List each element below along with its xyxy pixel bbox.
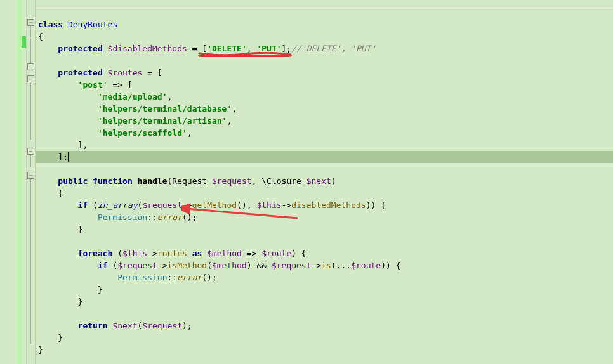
code-line[interactable]: 'helpers/scaffold', [36,127,613,139]
fold-toggle-icon[interactable]: − [27,148,34,155]
punct: )) { [381,261,400,270]
string: 'post' [38,80,112,89]
code-line[interactable]: } [36,344,613,356]
keyword: if [38,261,112,270]
op: -> [147,249,157,258]
ruler [36,8,613,8]
op: -> [312,261,322,270]
punct: (); [182,212,197,222]
code-line[interactable]: } [36,283,613,296]
op: => [247,249,261,258]
string: 'media/upload' [38,92,168,101]
method: getMethod [192,200,237,210]
code-line[interactable]: } [36,223,613,235]
class-name: DenyRoutes [68,20,117,29]
keyword: return [38,321,112,330]
type: , \Closure [252,176,306,186]
op: :: [168,273,178,282]
punct: , [168,92,173,101]
code-editor[interactable]: − − − − − class DenyRoutes { protected $… [0,0,613,364]
string: 'helpers/scaffold' [38,128,187,138]
punct: (... [331,261,351,270]
punct: ) [331,176,336,186]
code-line[interactable] [36,235,613,247]
punct: (); [202,273,216,282]
method: isMethod [168,261,208,270]
code-line[interactable]: protected $routes = [ [36,67,613,79]
fold-toggle-icon[interactable]: − [27,75,34,82]
fold-guide [30,82,31,140]
variable: $method [212,261,247,270]
keyword: foreach [38,249,117,258]
code-line[interactable]: 'helpers/terminal/artisan', [36,115,613,127]
code-line[interactable]: ], [36,139,613,151]
punct: ) { [291,249,306,258]
op: :: [147,212,157,222]
punct: ( [117,249,122,258]
code-line-active[interactable]: ]; [36,151,613,163]
brace: } [38,345,43,354]
string: 'helpers/terminal/database' [38,104,232,114]
fold-toggle-icon[interactable]: − [27,19,34,26]
op: -> [282,200,292,210]
code-line[interactable]: Permission::error(); [36,271,613,283]
op: -> [157,261,168,270]
fold-guide [30,26,31,37]
fold-toggle-icon[interactable]: − [27,172,34,179]
method: error [177,273,202,282]
code-area[interactable]: class DenyRoutes { protected $disabledMe… [36,0,613,364]
caret-icon [68,152,69,162]
code-line[interactable]: 'media/upload', [36,91,613,103]
code-line[interactable]: if ($request->isMethod($method) && $requ… [36,259,613,271]
method: is [321,261,331,270]
keyword: protected [38,44,108,53]
variable: $routes [108,68,148,77]
code-line[interactable] [36,163,613,175]
variable: $disabledMethods [108,44,192,53]
variable: $this [122,249,147,258]
function-name: handle [138,176,168,186]
fold-guide [30,155,31,167]
punct: ( [207,261,212,270]
punct: = [ [147,68,162,77]
code-line[interactable] [36,308,613,320]
keyword: class [38,20,68,29]
code-line[interactable]: public function handle(Request $request,… [36,175,613,187]
fold-toggle-icon[interactable]: − [27,63,34,70]
code-line[interactable]: { [36,30,613,42]
string: 'helpers/terminal/artisan' [38,116,227,126]
code-line[interactable]: 'helpers/terminal/database', [36,103,613,115]
keyword: protected [38,68,108,77]
code-line[interactable]: { [36,187,613,199]
method: error [157,212,182,222]
punct: ], [38,140,88,150]
change-marker [18,0,22,364]
variable: $route [351,261,381,270]
code-line[interactable]: } [36,332,613,344]
code-line[interactable]: Permission::error(); [36,211,613,223]
variable: $this [256,200,281,210]
punct: , [232,104,237,114]
code-line[interactable]: foreach ($this->routes as $method => $ro… [36,247,613,259]
class-ref: Permission [38,212,147,222]
brace: } [38,285,103,294]
variable: $request [117,261,157,270]
brace: } [38,297,82,306]
line-number-column [0,0,18,364]
code-line[interactable]: return $next($request); [36,320,613,332]
type: (Request [168,176,212,186]
punct: , [227,116,232,126]
punct: , [187,128,192,138]
punct: ]; [38,152,68,162]
punct: ) && [247,261,272,270]
fold-guide [30,179,31,344]
code-line[interactable] [36,55,613,67]
variable: $request [272,261,312,270]
code-line[interactable]: } [36,296,613,308]
code-line[interactable]: protected $disabledMethods = ['DELETE', … [36,42,613,55]
keyword: public function [38,176,138,186]
code-line[interactable]: if (in_array($request->getMethod(), $thi… [36,199,613,211]
code-line[interactable]: 'post' => [ [36,79,613,91]
variable: $request [212,176,252,186]
code-line[interactable]: class DenyRoutes [36,18,613,30]
